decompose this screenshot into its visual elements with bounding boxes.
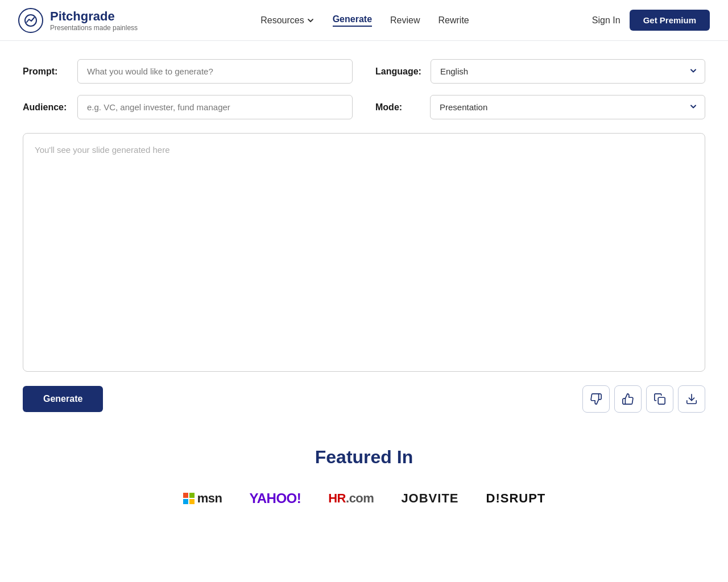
nav-rewrite[interactable]: Rewrite: [439, 15, 469, 26]
logo-disrupt: D!SRUPT: [486, 491, 546, 506]
nav-links: Resources Generate Review Rewrite: [260, 14, 469, 27]
copy-button[interactable]: [646, 385, 673, 413]
svg-rect-5: [183, 499, 188, 504]
chevron-down-icon: [307, 16, 315, 24]
brand-title: Pitchgrade: [50, 9, 138, 24]
brand-subtitle: Presentations made painless: [50, 24, 138, 32]
language-label: Language:: [375, 66, 421, 77]
mode-label: Mode:: [375, 102, 421, 113]
featured-title: Featured In: [23, 447, 705, 468]
mode-select[interactable]: Presentation Document Report Summary: [430, 95, 705, 119]
logo-jobvite: JOBVITE: [401, 491, 458, 506]
mode-select-wrap: Presentation Document Report Summary: [430, 95, 705, 119]
generate-form: Prompt: Language: English Spanish French…: [23, 59, 705, 119]
logo-icon: [18, 8, 43, 33]
nav-resources[interactable]: Resources: [260, 15, 314, 26]
thumbs-down-icon: [590, 393, 602, 405]
prompt-input[interactable]: [77, 59, 353, 84]
prompt-row: Prompt:: [23, 59, 353, 84]
audience-input[interactable]: [77, 95, 353, 119]
nav-right: Sign In Get Premium: [592, 10, 710, 31]
logo-msn: msn: [183, 491, 222, 506]
svg-rect-3: [183, 493, 188, 498]
logo-yahoo: YAHOO!: [249, 490, 301, 506]
output-placeholder: You'll see your slide generated here: [35, 145, 169, 155]
msn-butterfly-icon: [183, 492, 195, 505]
generate-button[interactable]: Generate: [23, 386, 103, 412]
nav-review[interactable]: Review: [390, 15, 420, 26]
get-premium-button[interactable]: Get Premium: [630, 10, 710, 31]
logo-hrcom: HR.com: [328, 491, 374, 506]
nav-generate[interactable]: Generate: [333, 14, 372, 27]
language-select[interactable]: English Spanish French German Chinese: [431, 59, 705, 84]
svg-rect-4: [189, 493, 195, 498]
audience-row: Audience:: [23, 95, 353, 119]
main-content: Prompt: Language: English Spanish French…: [0, 41, 728, 547]
language-row: Language: English Spanish French German …: [375, 59, 705, 84]
featured-logos: msn YAHOO! HR.com JOBVITE D!SRUPT: [23, 490, 705, 506]
language-select-wrap: English Spanish French German Chinese: [431, 59, 705, 84]
output-area: You'll see your slide generated here: [23, 133, 705, 372]
svg-rect-1: [658, 397, 665, 404]
thumbs-up-button[interactable]: [614, 385, 642, 413]
action-icons: [582, 385, 705, 413]
actions-row: Generate: [23, 385, 705, 413]
navbar: Pitchgrade Presentations made painless R…: [0, 0, 728, 41]
prompt-label: Prompt:: [23, 66, 68, 77]
nav-signin[interactable]: Sign In: [592, 15, 621, 26]
brand-text: Pitchgrade Presentations made painless: [50, 9, 138, 32]
featured-section: Featured In msn YAHOO! HR.com JOBVITE: [23, 447, 705, 529]
thumbs-up-icon: [622, 393, 634, 405]
svg-rect-6: [189, 499, 195, 504]
copy-icon: [653, 393, 666, 405]
mode-row: Mode: Presentation Document Report Summa…: [375, 95, 705, 119]
brand-logo[interactable]: Pitchgrade Presentations made painless: [18, 8, 138, 33]
thumbs-down-button[interactable]: [582, 385, 610, 413]
download-button[interactable]: [678, 385, 705, 413]
audience-label: Audience:: [23, 102, 68, 113]
download-icon: [685, 393, 698, 405]
